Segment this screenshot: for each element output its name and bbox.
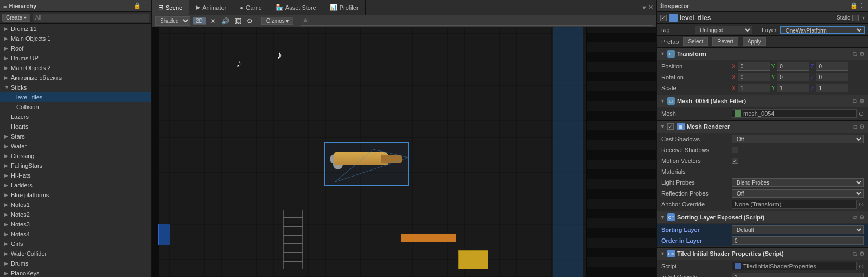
meshfilter-gear-icon[interactable]: ⚙: [859, 98, 865, 105]
sorting-layer-header[interactable]: ▼ C# Sorting Layer Exposed (Script) ⧉ ⚙: [657, 211, 868, 223]
viewport-search[interactable]: [301, 17, 653, 26]
position-y[interactable]: [777, 62, 809, 71]
list-item[interactable]: ▶ Main Objects 2: [0, 63, 151, 73]
list-item[interactable]: ▶ Stars: [0, 131, 151, 141]
tab-asset-store[interactable]: 🏪 Asset Store: [269, 0, 323, 15]
script-field[interactable]: TiledInitialShaderProperties: [732, 262, 857, 270]
inspector-lock-icon[interactable]: 🔒: [850, 2, 858, 9]
component-gear-icon[interactable]: ⚙: [859, 51, 865, 58]
sortinglayer-copy-icon[interactable]: ⧉: [853, 214, 857, 221]
anchor-override-field[interactable]: None (Transform): [732, 200, 857, 209]
viewport-canvas[interactable]: ♪ ♪: [152, 27, 656, 277]
list-item[interactable]: ▶ Drums UP: [0, 53, 151, 63]
list-item[interactable]: ▶ Crossing: [0, 151, 151, 161]
rotation-z[interactable]: [816, 73, 848, 81]
list-item[interactable]: ▶ Notes2: [0, 210, 151, 219]
hierarchy-lock-icon[interactable]: 🔒: [133, 2, 141, 9]
list-item[interactable]: ▶ Активные объекты: [0, 73, 151, 83]
2d-button[interactable]: 2D: [193, 17, 206, 25]
sorting-layer-dropdown[interactable]: Default: [732, 225, 864, 234]
list-item-hearts[interactable]: Hearts: [0, 122, 151, 131]
object-active-checkbox[interactable]: [660, 15, 667, 21]
mesh-filter-header[interactable]: ▼ □ Mesh_0054 (Mesh Filter) ⧉ ⚙: [657, 95, 868, 107]
audio-icon[interactable]: 🔊: [220, 17, 231, 25]
inspector-menu-icon[interactable]: ⋮: [859, 2, 865, 9]
anchor-picker-icon[interactable]: ⊙: [859, 201, 864, 208]
meshrenderer-copy-icon[interactable]: ⧉: [853, 123, 857, 130]
list-item[interactable]: ▶ FallingStars: [0, 161, 151, 171]
component-copy-icon[interactable]: ⧉: [853, 51, 857, 58]
create-button[interactable]: Create ▾: [2, 14, 30, 22]
mesh-preview[interactable]: mesh_0054: [732, 109, 857, 118]
list-item[interactable]: ▼ Sticks: [0, 83, 151, 92]
list-item[interactable]: ▶ Girls: [0, 239, 151, 249]
mesh-renderer-header[interactable]: ▼ ▦ Mesh Renderer ⧉ ⚙: [657, 121, 868, 133]
object-name[interactable]: level_tiles: [680, 14, 834, 22]
prefab-select-button[interactable]: Select: [683, 37, 708, 46]
rotation-y[interactable]: [777, 73, 809, 81]
prefab-revert-button[interactable]: Revert: [712, 37, 738, 46]
list-item[interactable]: ▶ Drums: [0, 259, 151, 268]
sortinglayer-gear-icon[interactable]: ⚙: [859, 214, 865, 221]
light-probes-dropdown[interactable]: Blend Probes: [732, 178, 864, 187]
mesh-name: mesh_0054: [743, 110, 775, 117]
list-item[interactable]: ▶ Ladders: [0, 180, 151, 190]
tiled-shader-header[interactable]: ▼ C# Tiled Initial Shader Properties (Sc…: [657, 248, 868, 260]
layer-dropdown[interactable]: OneWayPlatform: [780, 26, 865, 34]
rotation-x[interactable]: [738, 73, 770, 81]
image-icon[interactable]: 🖼: [233, 17, 243, 25]
viewport-collapse-icon[interactable]: ▼: [641, 4, 647, 11]
tiledshader-gear-icon[interactable]: ⚙: [859, 250, 865, 257]
scale-x[interactable]: [738, 84, 770, 92]
list-item[interactable]: ▶ Notes3: [0, 219, 151, 229]
scale-z[interactable]: [816, 84, 848, 92]
hierarchy-search[interactable]: [33, 14, 149, 22]
order-in-layer-input[interactable]: [732, 236, 864, 245]
position-z[interactable]: [816, 62, 848, 71]
svg-line-1: [335, 149, 373, 182]
list-item[interactable]: ▶ Roof: [0, 43, 151, 53]
list-item[interactable]: Collision: [0, 102, 151, 112]
motion-vectors-checkbox[interactable]: [732, 158, 738, 164]
tag-dropdown[interactable]: Untagged: [695, 26, 752, 34]
script-picker-icon[interactable]: ⊙: [859, 263, 864, 270]
sorting-layer-title: Sorting Layer Exposed (Script): [677, 214, 851, 221]
mesh-renderer-enabled[interactable]: [667, 123, 674, 130]
list-item[interactable]: ▶ Notes4: [0, 229, 151, 239]
list-item-level-tiles[interactable]: level_tiles: [0, 92, 151, 102]
tiledshader-copy-icon[interactable]: ⧉: [853, 250, 857, 257]
prefab-apply-button[interactable]: Apply: [743, 37, 766, 46]
mesh-picker-icon[interactable]: ⊙: [859, 110, 864, 117]
transform-header[interactable]: ▼ ⊕ Transform ⧉ ⚙: [657, 48, 868, 60]
tree-arrow: ▶: [4, 261, 10, 266]
effects-icon[interactable]: ⚙: [245, 17, 254, 25]
meshfilter-copy-icon[interactable]: ⧉: [853, 98, 857, 105]
receive-shadows-checkbox[interactable]: [732, 147, 738, 153]
gizmos-button[interactable]: Gizmos ▾: [261, 17, 294, 25]
shading-dropdown[interactable]: Shaded: [155, 16, 190, 26]
tab-game[interactable]: ● Game: [233, 0, 269, 15]
meshrenderer-gear-icon[interactable]: ⚙: [859, 123, 865, 130]
list-item[interactable]: Lazers: [0, 112, 151, 122]
tab-animator[interactable]: ▶ Animator: [189, 0, 233, 15]
list-item[interactable]: ▶ Drumz 11: [0, 24, 151, 34]
list-item[interactable]: ▶ PianoKeys: [0, 268, 151, 277]
tab-scene[interactable]: ⊞ Scene: [152, 0, 189, 15]
static-arrow[interactable]: ▾: [862, 15, 865, 21]
hierarchy-menu-icon[interactable]: ⋮: [142, 2, 148, 9]
list-item[interactable]: ▶ WaterCollider: [0, 249, 151, 259]
tab-profiler[interactable]: 📊 Profiler: [323, 0, 366, 15]
cast-shadows-dropdown[interactable]: Off: [732, 135, 864, 143]
scale-y[interactable]: [777, 84, 809, 92]
list-item-blue-platforms[interactable]: ▶ Blue platforms: [0, 190, 151, 200]
opacity-input[interactable]: [732, 273, 864, 277]
list-item[interactable]: ▶ Notes1: [0, 200, 151, 210]
reflection-probes-dropdown[interactable]: Off: [732, 189, 864, 198]
list-item-water[interactable]: ▶ Water: [0, 141, 151, 151]
static-checkbox[interactable]: [852, 15, 859, 21]
viewport-close-icon[interactable]: ✕: [648, 4, 653, 11]
list-item[interactable]: ▶ Main Objects 1: [0, 34, 151, 43]
sun-icon[interactable]: ☀: [208, 17, 218, 25]
list-item[interactable]: ▶ Hi-Hats: [0, 171, 151, 180]
position-x[interactable]: [738, 62, 770, 71]
